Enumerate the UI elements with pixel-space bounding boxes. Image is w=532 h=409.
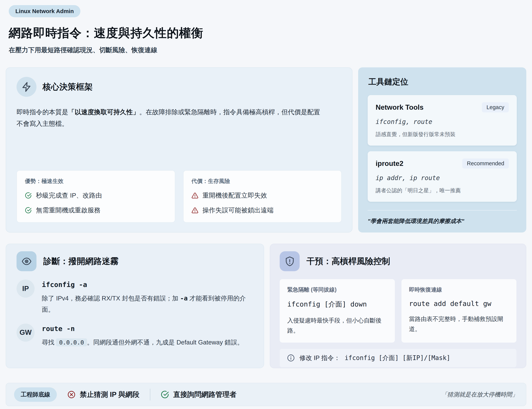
rule-do: 直接詢問網路管理者: [161, 390, 237, 399]
tool-card-iproute2: iproute2 Recommended ip addr, ip route 講…: [368, 151, 517, 202]
tool-card-network-tools: Network Tools Legacy ifconfig, route 語感直…: [368, 95, 517, 145]
tool-note: 講者公認的「明日之星」，唯一推薦: [376, 187, 509, 194]
rule-forbid-label: 禁止猜測 IP 與網段: [80, 390, 140, 399]
page-subtitle: 在壓力下用最短路徑確認現況、切斷風險、恢復連線: [9, 46, 526, 55]
tip-command: ifconfig [介面] [新IP]/[Mask]: [345, 354, 450, 362]
check-circle-icon: [25, 207, 32, 214]
pro-item-label: 無需重開機或重啟服務: [36, 206, 101, 215]
con-item-label: 操作失誤可能被鎖出遠端: [202, 206, 274, 215]
toolchain-divider: [368, 210, 517, 210]
action-command: ifconfig [介面] down: [287, 300, 387, 309]
cons-label: 代價：生存風險: [191, 177, 333, 185]
toolchain-title: 工具鏈定位: [368, 76, 517, 87]
action-desc: 當路由表不完整時，手動補救預設閘道。: [409, 314, 509, 334]
tool-name: Network Tools: [376, 103, 424, 111]
framework-title: 核心決策框架: [43, 81, 93, 92]
page: Linux Network Admin 網路即時指令：速度與持久性的權衡 在壓力…: [0, 0, 532, 409]
tool-commands: ip addr, ip route: [376, 174, 509, 182]
framework-card: 核心決策框架 即時指令的本質是「以速度換取可持久性」。在故障排除或緊急隔離時，指…: [6, 67, 352, 233]
alert-triangle-icon: [191, 207, 198, 214]
diagnosis-entry-body: ifconfig -a 除了 IPv4，務必確認 RX/TX 封包是否有錯誤；加…: [42, 280, 253, 315]
intervention-header: 干預：高槓桿風險控制: [280, 251, 516, 271]
pros-label: 優勢：極速生效: [25, 177, 167, 185]
gw-tag: GW: [17, 324, 35, 342]
pros-card: 優勢：極速生效 秒級完成查 IP、改路由 無需重開機或重啟服務: [17, 170, 175, 223]
diagnosis-entry-ip: IP ifconfig -a 除了 IPv4，務必確認 RX/TX 封包是否有錯…: [17, 280, 253, 315]
info-icon: [287, 354, 295, 362]
footer-divider: [150, 389, 150, 400]
main-row-top: 核心決策框架 即時指令的本質是「以速度換取可持久性」。在故障排除或緊急隔離時，指…: [6, 67, 526, 233]
desc-code-chip: 0.0.0.0: [56, 338, 87, 346]
action-label: 緊急隔離 (等同拔線): [287, 286, 387, 294]
action-desc: 入侵疑慮時最快手段，但小心自斷後路。: [287, 315, 387, 336]
rule-forbid: 禁止猜測 IP 與網段: [67, 390, 140, 399]
check-circle-icon: [161, 391, 169, 399]
diagnosis-command: ifconfig -a: [42, 280, 253, 289]
intervention-title: 干預：高槓桿風險控制: [306, 256, 390, 267]
framework-body-prefix: 即時指令的本質是: [17, 108, 68, 116]
diagnosis-card: 診斷：撥開網路迷霧 IP ifconfig -a 除了 IPv4，務必確認 RX…: [6, 244, 264, 368]
intervention-tip: 修改 IP 指令：ifconfig [介面] [新IP]/[Mask]: [280, 349, 516, 367]
desc-flag: -a: [180, 295, 188, 302]
topic-badge: Linux Network Admin: [9, 5, 80, 17]
action-command: route add default gw: [409, 300, 509, 308]
tool-header: Network Tools Legacy: [376, 102, 509, 112]
framework-subcards: 優勢：極速生效 秒級完成查 IP、改路由 無需重開機或重啟服務: [17, 170, 342, 223]
toolchain-quote: "學會兩套能降低環境差異的摩擦成本": [368, 217, 517, 225]
framework-header: 核心決策框架: [17, 77, 342, 97]
intervention-card: 干預：高槓桿風險控制 緊急隔離 (等同拔線) ifconfig [介面] dow…: [270, 244, 526, 368]
bottom-line-badge: 工程師底線: [14, 387, 57, 402]
tool-header: iproute2 Recommended: [376, 158, 509, 169]
circle-x-icon: [67, 391, 76, 399]
pro-item-label: 秒級完成查 IP、改路由: [36, 191, 102, 200]
con-item-label: 重開機後配置立即失效: [202, 191, 267, 200]
desc-prefix: 除了 IPv4，務必確認 RX/TX 封包是否有錯誤；加: [42, 295, 180, 302]
page-header: Linux Network Admin 網路即時指令：速度與持久性的權衡 在壓力…: [6, 5, 526, 55]
action-card-isolate: 緊急隔離 (等同拔線) ifconfig [介面] down 入侵疑慮時最快手段…: [280, 279, 395, 343]
desc-suffix: 。同網段通但外網不通，九成是 Default Gateway 錯誤。: [87, 339, 243, 346]
diagnosis-header: 診斷：撥開網路迷霧: [17, 251, 253, 271]
desc-prefix: 尋找: [42, 339, 56, 346]
con-item: 操作失誤可能被鎖出遠端: [191, 206, 333, 215]
action-label: 即時恢復連線: [409, 286, 509, 294]
tip-label: 修改 IP 指令：: [299, 354, 340, 362]
diagnosis-command: route -n: [42, 324, 243, 333]
tool-note: 語感直覺，但新版發行版常未預裝: [376, 131, 509, 138]
main-row-bottom: 診斷：撥開網路迷霧 IP ifconfig -a 除了 IPv4，務必確認 RX…: [6, 244, 526, 368]
tool-status-badge: Recommended: [462, 158, 509, 169]
bottom-line-bar: 工程師底線 禁止猜測 IP 與網段 直接詢問網路管理者 「猜測就是在放大停機時間…: [6, 383, 526, 406]
eye-icon: [17, 251, 37, 271]
framework-body: 即時指令的本質是「以速度換取可持久性」。在故障排除或緊急隔離時，指令具備極高槓桿…: [17, 106, 324, 129]
tool-commands: ifconfig, route: [376, 118, 509, 126]
pro-item: 秒級完成查 IP、改路由: [25, 191, 167, 200]
diagnosis-entry-body: route -n 尋找 0.0.0.0。同網段通但外網不通，九成是 Defaul…: [42, 324, 243, 348]
con-item: 重開機後配置立即失效: [191, 191, 333, 200]
pro-item: 無需重開機或重啟服務: [25, 206, 167, 215]
tool-name: iproute2: [376, 160, 403, 168]
intervention-actions: 緊急隔離 (等同拔線) ifconfig [介面] down 入侵疑慮時最快手段…: [280, 279, 516, 343]
diagnosis-entry-gw: GW route -n 尋找 0.0.0.0。同網段通但外網不通，九成是 Def…: [17, 324, 253, 348]
cons-card: 代價：生存風險 重開機後配置立即失效 操作失誤可能被鎖出遠端: [183, 170, 342, 223]
toolchain-panel: 工具鏈定位 Network Tools Legacy ifconfig, rou…: [358, 67, 526, 233]
framework-body-bold: 「以速度換取可持久性」: [68, 108, 139, 116]
diagnosis-desc: 尋找 0.0.0.0。同網段通但外網不通，九成是 Default Gateway…: [42, 337, 243, 348]
alert-triangle-icon: [191, 192, 198, 199]
rule-do-label: 直接詢問網路管理者: [173, 390, 237, 399]
lightning-icon: [17, 77, 37, 97]
diagnosis-desc: 除了 IPv4，務必確認 RX/TX 封包是否有錯誤；加 -a 才能看到被停用的…: [42, 293, 253, 315]
diagnosis-title: 診斷：撥開網路迷霧: [43, 256, 119, 267]
footer-quote: 「猜測就是在放大停機時間」: [441, 391, 518, 399]
action-card-restore: 即時恢復連線 route add default gw 當路由表不完整時，手動補…: [401, 279, 517, 343]
check-circle-icon: [25, 192, 32, 199]
shield-alert-icon: [280, 251, 300, 271]
tool-status-badge: Legacy: [482, 102, 509, 112]
page-title: 網路即時指令：速度與持久性的權衡: [9, 25, 526, 41]
ip-tag: IP: [17, 280, 35, 298]
